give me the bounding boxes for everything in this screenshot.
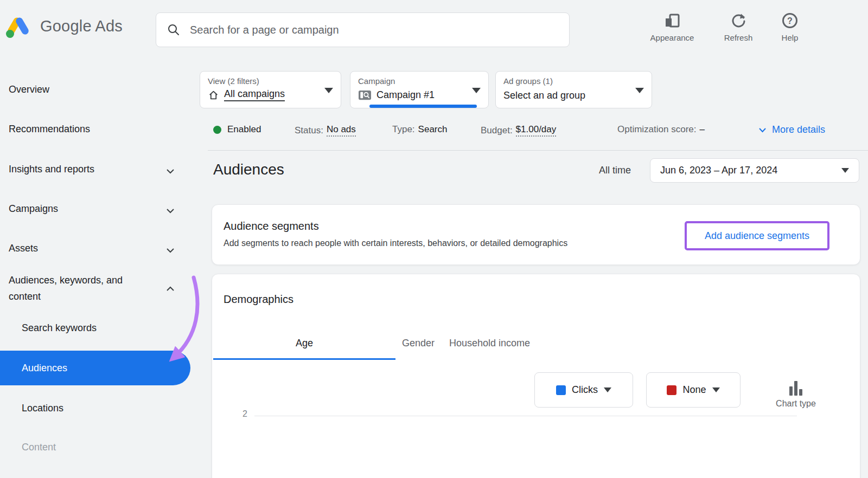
refresh-button[interactable]: Refresh	[711, 11, 765, 42]
audience-segments-card: Audience segments Add segments to reach …	[212, 204, 860, 265]
date-range-value: Jun 6, 2023 – Apr 17, 2024	[660, 165, 777, 176]
chart-y-tick: 2	[242, 409, 247, 419]
google-ads-logo-icon	[5, 13, 31, 39]
header-divider	[208, 150, 868, 151]
date-filter-label: All time	[599, 165, 631, 176]
logo-text: Google Ads	[40, 17, 123, 35]
date-range-dropdown[interactable]: Jun 6, 2023 – Apr 17, 2024	[650, 158, 859, 183]
tab-household-income[interactable]: Household income	[449, 338, 530, 349]
chevron-up-icon	[166, 284, 175, 294]
search-input[interactable]	[189, 23, 558, 37]
svg-text:?: ?	[787, 16, 793, 25]
sidebar-item-audiences-label: Audiences	[22, 363, 67, 374]
audience-segments-subtitle: Add segments to reach people with certai…	[224, 238, 567, 248]
chevron-down-icon	[758, 127, 767, 133]
caret-down-icon	[324, 88, 333, 93]
add-audience-segments-button[interactable]: Add audience segments	[705, 230, 809, 242]
budget-label: Budget:	[481, 125, 513, 136]
view-filter-dropdown[interactable]: View (2 filters) All campaigns	[200, 71, 341, 108]
google-ads-logo[interactable]: Google Ads	[5, 13, 123, 39]
series-1-dropdown[interactable]: Clicks	[534, 372, 633, 408]
campaign-active-indicator	[369, 105, 477, 108]
ad-groups-filter-dropdown[interactable]: Ad groups (1) Select an ad group	[495, 71, 652, 108]
more-details-button[interactable]: More details	[758, 124, 825, 135]
view-filter-value: All campaigns	[224, 88, 285, 101]
sidebar-item-content[interactable]: Content	[22, 441, 56, 453]
global-search[interactable]	[156, 12, 570, 47]
demographics-title: Demographics	[224, 293, 293, 306]
chart-type-button[interactable]: Chart type	[770, 379, 822, 409]
series-2-value: None	[682, 384, 706, 396]
appearance-icon	[634, 11, 710, 30]
sidebar-item-locations[interactable]: Locations	[22, 402, 63, 414]
google-ads-app: Google Ads Appearance Refresh	[0, 0, 868, 478]
sidebar-item-campaigns[interactable]: Campaigns	[9, 203, 58, 215]
series-1-color-swatch	[556, 385, 566, 395]
status-enabled: Enabled	[213, 124, 261, 135]
enabled-dot-icon	[213, 126, 221, 134]
demographics-card: Demographics Age Gender Household income…	[212, 274, 860, 478]
sidebar-item-audiences-keywords-content[interactable]: Audiences, keywords, and content	[9, 272, 139, 305]
enabled-label: Enabled	[227, 124, 261, 135]
page-title: Audiences	[213, 161, 284, 178]
type-label: Type:	[392, 124, 415, 135]
chart-type-label: Chart type	[770, 399, 822, 409]
view-filter-label: View (2 filters)	[208, 76, 259, 86]
campaign-filter-label: Campaign	[358, 76, 395, 86]
status-budget: Budget: $1.00/day	[481, 124, 556, 137]
status-type: Type: Search	[392, 124, 447, 135]
help-button[interactable]: ? Help	[763, 11, 817, 42]
optimization-label: Optimization score:	[617, 124, 697, 135]
ad-groups-filter-label: Ad groups (1)	[503, 76, 553, 86]
chart-gridline	[254, 416, 797, 416]
sidebar-item-recommendations[interactable]: Recommendations	[9, 123, 90, 135]
status-ads: Status: No ads	[295, 124, 356, 137]
sidebar-item-assets[interactable]: Assets	[9, 242, 38, 254]
type-value: Search	[418, 124, 448, 135]
sidebar-item-audiences-active[interactable]: Audiences	[0, 351, 190, 385]
refresh-label: Refresh	[711, 33, 765, 42]
sidebar-item-overview[interactable]: Overview	[9, 83, 49, 95]
appearance-label: Appearance	[634, 33, 710, 42]
audience-segments-title: Audience segments	[224, 220, 319, 232]
active-tab-indicator	[213, 358, 395, 360]
tab-age[interactable]: Age	[212, 338, 397, 349]
chevron-down-icon	[166, 206, 175, 216]
refresh-icon	[711, 11, 765, 30]
caret-down-icon	[712, 387, 720, 392]
tab-gender[interactable]: Gender	[402, 338, 435, 349]
status-value[interactable]: No ads	[327, 124, 356, 137]
campaign-icon	[358, 89, 372, 101]
search-icon	[167, 23, 180, 36]
budget-value[interactable]: $1.00/day	[516, 124, 557, 137]
appearance-button[interactable]: Appearance	[634, 11, 710, 42]
caret-down-icon	[472, 88, 481, 93]
status-optimization: Optimization score: –	[617, 124, 705, 135]
sidebar-item-insights-and-reports[interactable]: Insights and reports	[9, 163, 94, 175]
more-details-label: More details	[772, 124, 825, 135]
campaign-filter-value: Campaign #1	[376, 89, 435, 101]
series-2-color-swatch	[667, 385, 676, 395]
caret-down-icon	[841, 168, 849, 173]
home-icon	[208, 89, 219, 101]
help-icon: ?	[763, 11, 817, 30]
annotation-highlight-box: Add audience segments	[685, 221, 829, 250]
series-1-value: Clicks	[572, 384, 598, 396]
bar-chart-icon	[770, 379, 822, 396]
help-label: Help	[763, 33, 817, 42]
status-label: Status:	[295, 125, 323, 136]
caret-down-icon	[604, 387, 611, 392]
series-2-dropdown[interactable]: None	[646, 372, 741, 408]
ad-groups-filter-value: Select an ad group	[503, 90, 585, 101]
chevron-down-icon	[166, 246, 175, 255]
campaign-filter-dropdown[interactable]: Campaign Campaign #1	[350, 71, 489, 108]
optimization-value: –	[700, 124, 705, 135]
sidebar-item-search-keywords[interactable]: Search keywords	[22, 322, 97, 334]
chevron-down-icon	[166, 166, 175, 176]
caret-down-icon	[635, 88, 644, 93]
